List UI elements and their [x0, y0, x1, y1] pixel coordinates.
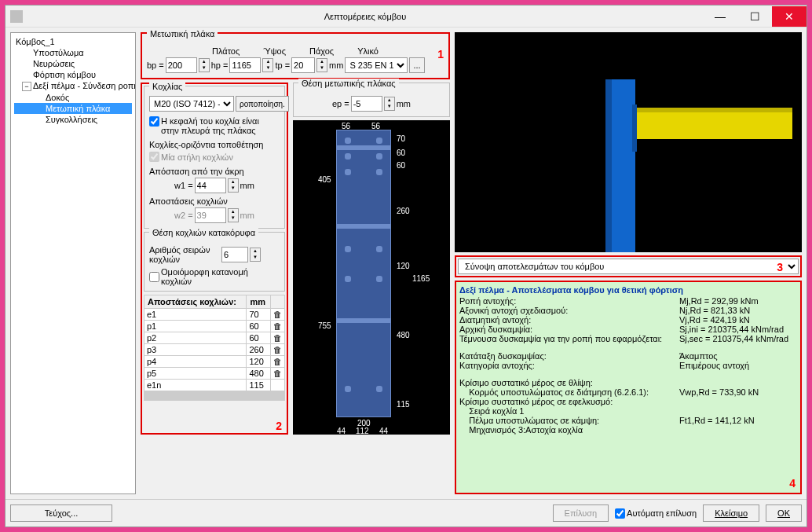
uniform-check[interactable] — [149, 272, 159, 282]
bolt-icon — [345, 276, 351, 282]
tree-root[interactable]: Κόμβος_1 — [14, 36, 132, 47]
table-footer — [144, 391, 285, 401]
dim: 1165 — [412, 274, 430, 283]
w2-row: w2 = ▲▼ mm — [149, 207, 280, 223]
plate-legend: Μετωπική πλάκα — [147, 29, 218, 39]
bolt-icon — [345, 246, 351, 252]
w1-mm: mm — [240, 181, 254, 190]
rows-input[interactable] — [221, 247, 248, 262]
header-width: Πλάτος — [212, 46, 240, 56]
minimize-button[interactable]: — — [703, 6, 737, 27]
tree-panel[interactable]: Κόμβος_1 Υποστύλωμα Νευρώσεις Φόρτιση κό… — [10, 32, 136, 494]
footer: Τεύχος... Επίλυση Αυτόματη επίλυση Κλείσ… — [5, 499, 807, 526]
middle-column: Μετωπική πλάκα 1 Πλάτος Ύψος Πάχος Υλικό… — [141, 32, 450, 494]
tp-input[interactable] — [291, 57, 315, 73]
plate-headers: Πλάτος Ύψος Πάχος Υλικό — [147, 46, 444, 56]
ok-button[interactable]: OK — [766, 504, 802, 522]
tree-item[interactable]: Νευρώσεις — [14, 58, 132, 69]
tree-item[interactable]: Υποστύλωμα — [14, 47, 132, 58]
result-row: Κατάταξη δυσκαμψίας:Άκαμπτος — [459, 351, 797, 361]
ep-label: ep = — [332, 99, 349, 108]
dim: 44 — [337, 427, 346, 435]
header-height: Ύψος — [263, 46, 286, 56]
flange — [336, 318, 391, 323]
tree-branch[interactable]: −Δεξί πέλμα - Σύνδεση ροπής — [14, 80, 132, 92]
w2-spinner: ▲▼ — [228, 208, 239, 222]
one-col-checkbox[interactable]: Μία στήλη κοχλιών — [149, 152, 233, 162]
tens-line: Μηχανισμός 3:Αστοχία κοχλία — [459, 425, 797, 435]
tree-item-selected[interactable]: Μετωπική πλάκα — [14, 103, 132, 114]
w2-label: w2 = — [174, 211, 193, 220]
delete-icon[interactable]: 🗑 — [271, 368, 285, 380]
bolt-icon — [345, 386, 351, 392]
marker-4: 4 — [789, 477, 796, 490]
bolt-head-checkbox[interactable]: Η κεφαλή του κοχλία είναι στην πλευρά τη… — [149, 116, 279, 135]
tp-spinner[interactable]: ▲▼ — [316, 58, 327, 72]
maximize-button[interactable]: ☐ — [737, 6, 772, 27]
result-row: Πέλμα υποστυλώματος σε κάμψη:Ft1,Rd = 14… — [459, 416, 797, 425]
bolt-icon — [376, 169, 382, 175]
bolts-column: Κοχλίας M20 (ISO 7412) - 4.6 ροποποίηση.… — [141, 83, 288, 435]
table-row[interactable]: p260🗑 — [144, 332, 285, 344]
bolt-icon — [376, 386, 382, 392]
one-col-check — [149, 152, 159, 162]
bolt-icon — [345, 153, 351, 160]
report-button[interactable]: Τεύχος... — [10, 504, 112, 522]
ep-input[interactable] — [351, 96, 382, 112]
comp-title: Κρίσιμο συστατικό μέρος σε θλίψη: — [459, 378, 797, 387]
marker-1: 1 — [437, 48, 444, 61]
bolt-customize-button[interactable]: ροποποίηση. — [236, 96, 289, 112]
preview-column: Θέση μετωπικής πλάκας ep = ▲▼ mm — [293, 83, 450, 435]
material-select[interactable]: S 235 EN 100 — [345, 57, 408, 73]
table-row[interactable]: p5480🗑 — [144, 368, 285, 380]
titlebar: Λεπτομέρειες κόμβου — ☐ ✕ — [5, 6, 807, 28]
material-more-button[interactable]: ... — [409, 57, 424, 73]
dim: 70 — [397, 134, 405, 143]
results-summary-box: Σύνοψη αποτελεσμάτων του κόμβου 3 — [455, 255, 802, 277]
ep-spinner[interactable]: ▲▼ — [384, 97, 395, 111]
w1-spinner[interactable]: ▲▼ — [228, 178, 239, 193]
close-button[interactable]: ✕ — [772, 6, 807, 27]
3d-viewport[interactable] — [455, 32, 802, 252]
result-row: Ροπή αντοχής:Mj,Rd = 292,99 kNm — [459, 296, 797, 306]
bp-input[interactable] — [166, 57, 197, 73]
hp-spinner[interactable]: ▲▼ — [262, 58, 273, 72]
hp-input[interactable] — [229, 57, 261, 73]
results-select[interactable]: Σύνοψη αποτελεσμάτων του κόμβου — [458, 259, 799, 274]
result-row: Τέμνουσα δυσκαμψία για την ροπή που εφαρ… — [459, 334, 797, 343]
bolt-spec-select[interactable]: M20 (ISO 7412) - 4.6 — [149, 96, 234, 112]
result-row: Αρχική δυσκαμψία:Sj,ini = 210375,44 kNm/… — [459, 325, 797, 334]
window-title: Λεπτομέρειες κόμβου — [27, 12, 703, 21]
rows-spinner[interactable]: ▲▼ — [250, 248, 261, 262]
tree-item[interactable]: Φόρτιση κόμβου — [14, 69, 132, 80]
bolt-head-check[interactable] — [149, 116, 159, 127]
bolt-head-label: Η κεφαλή του κοχλία είναι στην πλευρά τη… — [161, 116, 279, 135]
table-row[interactable]: p4120🗑 — [144, 356, 285, 368]
distance-table[interactable]: Αποστάσεις κοχλιών:mm e170🗑 p160🗑 p260🗑 … — [144, 295, 285, 391]
delete-icon[interactable]: 🗑 — [271, 309, 285, 321]
table-row[interactable]: p160🗑 — [144, 321, 285, 332]
tree-item[interactable]: Συγκολλήσεις — [14, 114, 132, 125]
table-row[interactable]: p3260🗑 — [144, 344, 285, 356]
flange — [336, 145, 391, 150]
flange — [336, 224, 391, 229]
delete-icon[interactable]: 🗑 — [271, 332, 285, 344]
dim: 60 — [397, 149, 405, 157]
tree-item[interactable]: Δοκός — [14, 92, 132, 103]
table-row[interactable]: e1n115 — [144, 380, 285, 391]
delete-icon[interactable]: 🗑 — [271, 344, 285, 356]
auto-solve-checkbox[interactable]: Αυτόματη επίλυση — [615, 508, 697, 519]
dim: 115 — [397, 400, 410, 409]
close-dialog-button[interactable]: Κλείσιμο — [703, 504, 759, 522]
marker-3: 3 — [777, 261, 783, 273]
collapse-icon[interactable]: − — [22, 82, 31, 91]
bp-spinner[interactable]: ▲▼ — [199, 58, 210, 72]
w1-input[interactable] — [195, 178, 226, 193]
bolt-icon — [345, 138, 351, 144]
auto-solve-check[interactable] — [615, 508, 625, 519]
uniform-checkbox[interactable]: Ομοιόμορφη κατανομή κοχλιών — [149, 267, 280, 286]
dim: 56 — [342, 122, 350, 130]
delete-icon[interactable]: 🗑 — [271, 356, 285, 368]
delete-icon[interactable]: 🗑 — [271, 321, 285, 332]
table-row[interactable]: e170🗑 — [144, 309, 285, 321]
